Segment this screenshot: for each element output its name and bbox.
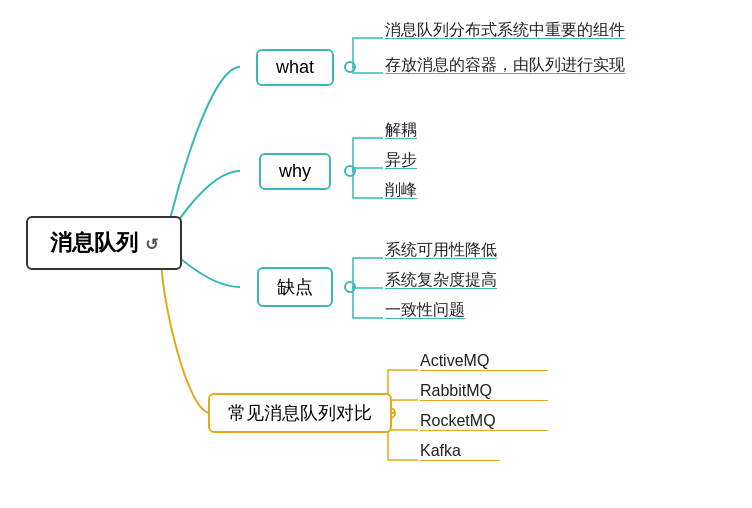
leaf-text-compare-1: RabbitMQ	[420, 382, 492, 400]
branch-label-what: what	[256, 49, 334, 86]
leaf-underline-compare-3	[420, 460, 500, 461]
leaf-underline-why-0	[385, 138, 417, 139]
leaf-underline-drawback-0	[385, 258, 497, 259]
branch-label-compare: 常见消息队列对比	[208, 393, 392, 433]
mindmap: 消息队列 ↺ what消息队列分布式系统中重要的组件存放消息的容器，由队列进行实…	[0, 0, 752, 508]
branch-node-drawback: 缺点	[240, 264, 350, 310]
root-icon: ↺	[145, 236, 158, 253]
leaf-underline-drawback-2	[385, 318, 465, 319]
leaf-underline-drawback-1	[385, 288, 497, 289]
branch-node-what: what	[240, 44, 350, 90]
branch-label-why: why	[259, 153, 331, 190]
leaf-underline-compare-1	[420, 400, 548, 401]
root-node: 消息队列 ↺	[30, 215, 178, 271]
root-label: 消息队列 ↺	[26, 216, 181, 270]
leaf-text-compare-0: ActiveMQ	[420, 352, 489, 370]
leaf-underline-what-0	[385, 38, 625, 39]
leaf-underline-what-1	[385, 73, 625, 74]
leaf-underline-why-1	[385, 168, 417, 169]
leaf-text-compare-3: Kafka	[420, 442, 461, 460]
branch-node-compare: 常见消息队列对比	[210, 390, 390, 436]
leaf-underline-why-2	[385, 198, 417, 199]
leaf-text-compare-2: RocketMQ	[420, 412, 496, 430]
leaf-underline-compare-2	[420, 430, 548, 431]
leaf-underline-compare-0	[420, 370, 548, 371]
branch-label-drawback: 缺点	[257, 267, 333, 307]
branch-node-why: why	[240, 148, 350, 194]
